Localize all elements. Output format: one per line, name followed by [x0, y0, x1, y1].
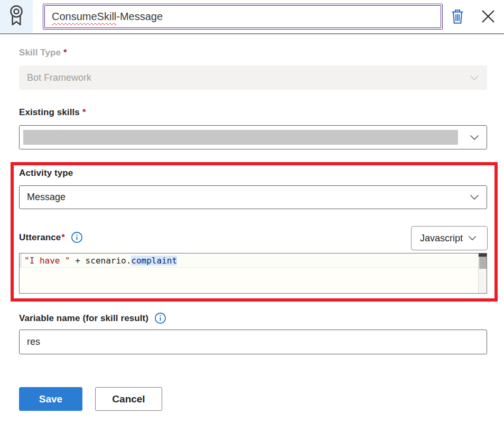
activity-type-label-text: Activity type: [19, 168, 73, 178]
chevron-down-icon: [470, 194, 479, 200]
utterance-label: Utterance *: [19, 231, 83, 243]
required-asterisk: *: [61, 232, 65, 243]
activity-type-label: Activity type: [19, 168, 73, 178]
skill-type-label-text: Skill Type: [19, 48, 61, 58]
step-name-value: ConsumeSkill-Message: [44, 5, 441, 28]
step-name-input[interactable]: ConsumeSkill-Message: [43, 4, 443, 30]
award-ribbon-icon: [6, 4, 26, 29]
save-button[interactable]: Save: [19, 387, 82, 411]
editor-scrollbar[interactable]: [478, 253, 487, 293]
skill-type-select: Bot Framework: [19, 65, 487, 90]
variable-name-label: Variable name (for skill result): [19, 312, 166, 324]
code-highlighted-property: complaint: [131, 256, 177, 266]
skill-type-value: Bot Framework: [27, 72, 91, 83]
existing-skills-label: Existing skills *: [19, 107, 86, 118]
code-language-select[interactable]: Javascript: [411, 226, 488, 250]
chevron-down-icon: [468, 236, 477, 241]
delete-step-button[interactable]: [447, 7, 468, 27]
step-name-rest: -Message: [116, 11, 163, 23]
info-icon[interactable]: [71, 231, 83, 243]
activity-type-value: Message: [27, 192, 66, 203]
existing-skills-select[interactable]: [19, 125, 487, 149]
code-object-path: scenario.: [86, 256, 132, 266]
utterance-code-editor[interactable]: "I have " + scenario.complaint: [19, 253, 487, 294]
trash-icon: [450, 8, 465, 26]
redacted-value-bar: [23, 130, 458, 145]
skill-config-panel: ConsumeSkill-Message Skill Type * Bot Fr…: [0, 0, 504, 423]
step-name-misspelled: ConsumeSkill: [52, 11, 116, 23]
utterance-label-text: Utterance: [19, 232, 61, 243]
code-operator: +: [70, 256, 86, 266]
chevron-down-icon: [470, 75, 479, 81]
close-panel-button[interactable]: [477, 7, 499, 27]
code-line: "I have " + scenario.complaint: [20, 253, 487, 268]
cancel-button[interactable]: Cancel: [95, 387, 162, 411]
required-asterisk: *: [63, 48, 67, 58]
info-icon[interactable]: [154, 312, 166, 324]
variable-name-input[interactable]: [19, 330, 487, 354]
close-icon: [480, 8, 496, 26]
code-language-value: Javascript: [420, 233, 463, 244]
variable-name-label-text: Variable name (for skill result): [19, 313, 148, 324]
scrollbar-thumb[interactable]: [479, 257, 487, 269]
activity-type-select[interactable]: Message: [19, 185, 487, 209]
active-line-marker: [20, 253, 22, 267]
chevron-down-icon: [470, 135, 479, 140]
header-divider: [0, 33, 504, 34]
code-string-literal: "I have ": [24, 256, 70, 266]
existing-skills-label-text: Existing skills: [19, 107, 80, 118]
skill-type-label: Skill Type *: [19, 48, 67, 58]
skill-step-tile: [0, 0, 33, 33]
required-asterisk: *: [82, 107, 86, 118]
